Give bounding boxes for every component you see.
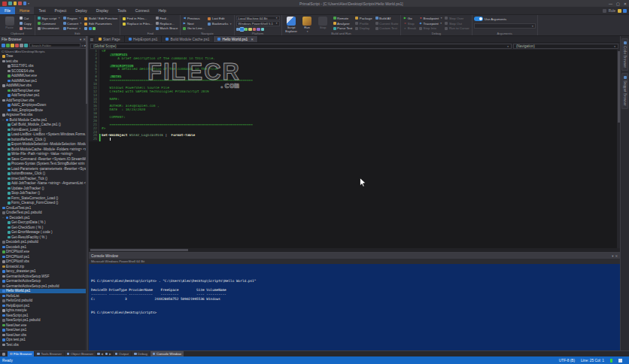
search-input[interactable] (29, 43, 81, 47)
ribbon-tab[interactable]: Help (153, 7, 170, 14)
ribbon-button[interactable]: Run to Cursor (444, 26, 469, 31)
new-folder-icon[interactable] (2, 44, 5, 47)
ribbon-button[interactable]: Profile (354, 21, 372, 26)
ribbon-button[interactable]: Custom Test (375, 26, 400, 31)
view-mode-icon[interactable] (20, 44, 23, 47)
quick-access-dropdown-icon[interactable]: ▾ (28, 2, 29, 5)
ribbon-button[interactable]: Uncomment (37, 26, 61, 31)
ribbon-tab[interactable]: Deploy (71, 7, 92, 14)
ribbon-button[interactable]: Replace in Files... (122, 21, 153, 26)
edit-extra-icon[interactable] (93, 27, 96, 30)
ribbon-tab[interactable]: Project (50, 7, 71, 14)
tree-item[interactable]: Test.vbs (0, 342, 87, 347)
ribbon-button[interactable]: Parse Test (333, 26, 354, 31)
platform-badge-icon[interactable] (257, 28, 260, 32)
ribbon-button[interactable]: Region▾ (62, 16, 83, 21)
sapien-yellow-icon[interactable] (618, 9, 621, 13)
side-vertical-tab[interactable]: Snippet Browser (621, 73, 628, 109)
ribbon-button[interactable]: Convert▾ (62, 21, 83, 26)
navigation-combo[interactable]: (Navigation)▾ (513, 44, 618, 49)
document-tab[interactable]: Start Page (95, 36, 125, 42)
theme-icon[interactable] (603, 9, 606, 13)
code-editor[interactable]: 1 <# 2 .SYNOPSIS 3 A brief description o… (89, 50, 620, 248)
ribbon-button[interactable]: Step Over (444, 16, 469, 21)
ribbon-button[interactable]: ⏸Break (403, 26, 417, 31)
ribbon-tab[interactable]: Display (92, 7, 113, 14)
ribbon-button[interactable]: Sign script▾ (37, 16, 61, 21)
scope-combo[interactable]: (Global Scope)▾ (90, 44, 512, 49)
platform-badge-icon[interactable] (245, 28, 248, 32)
ribbon-big-button[interactable]: Stop (315, 16, 331, 31)
bottom-tab[interactable]: ◀ (96, 351, 104, 356)
console-menu-icon[interactable]: ▾ (612, 254, 613, 258)
ribbon-button[interactable]: ■Stop (403, 21, 417, 26)
up-folder-icon[interactable] (11, 44, 14, 47)
delete-file-icon[interactable] (15, 44, 19, 47)
use-arguments-toggle[interactable] (474, 17, 483, 21)
ribbon-button[interactable]: Build / Edit Function (84, 16, 118, 21)
file-tree-scrollbar[interactable] (86, 36, 88, 350)
minimize-button[interactable]: — (609, 2, 612, 6)
document-tab[interactable]: HelpExport.ps1 (125, 36, 163, 42)
search-icon[interactable]: ⌕ (82, 44, 84, 47)
side-vertical-tab[interactable]: Code Browser (621, 38, 628, 71)
ribbon-button[interactable]: Package (354, 16, 372, 21)
ribbon-tab[interactable]: Tools (113, 7, 131, 14)
ribbon-button[interactable]: Remote (333, 16, 354, 21)
tree-item[interactable]: Export-ModuleSelection -ModuleSelection … (0, 142, 87, 147)
filter-icon[interactable] (24, 44, 28, 47)
panel-layout-icon[interactable] (1, 351, 7, 356)
open-icon[interactable] (8, 2, 12, 5)
ribbon-tab[interactable]: Connect (131, 7, 154, 14)
ribbon-tab[interactable]: Test (34, 7, 50, 14)
maximize-button[interactable]: ▢ (616, 2, 620, 6)
undo-icon[interactable] (18, 2, 22, 5)
ribbon-button[interactable]: Go to Line... (182, 26, 205, 31)
ribbon-button[interactable]: Comment (37, 21, 61, 26)
resize-grip[interactable] (618, 359, 622, 362)
ribbon-button[interactable]: Edit Parameters (84, 21, 118, 26)
panel-menu-icon[interactable]: ▾ (80, 38, 81, 41)
bottom-tab[interactable]: Object Browser (65, 351, 96, 356)
ribbon-button[interactable]: Analyzer (333, 21, 354, 26)
platform-badge-icon[interactable] (253, 28, 257, 32)
ribbon-big-button[interactable]: Script Explorer (284, 16, 299, 31)
platform-badge-icon[interactable] (236, 28, 240, 32)
save-icon[interactable] (14, 2, 17, 5)
bottom-tab[interactable]: File Browser (8, 351, 34, 356)
ribbon-button[interactable]: ▶Next (182, 21, 205, 26)
ribbon-button[interactable]: Find in Files... (122, 16, 153, 21)
bottom-tab[interactable]: ▶ (105, 351, 112, 356)
ribbon-button[interactable]: ◆Tracepoint▾ (418, 21, 442, 26)
edit-extra-icon[interactable] (84, 27, 87, 30)
rule-label[interactable]: Rule (609, 9, 615, 13)
ribbon-button[interactable]: Current Suite (375, 21, 400, 26)
ribbon-big-button[interactable]: Run▾ (299, 16, 315, 31)
ribbon-button[interactable]: Deploy (354, 26, 372, 31)
ribbon-button[interactable]: ●Breakpoint▾ (418, 16, 442, 21)
document-tab[interactable]: Build Module Cache.ps1 (162, 36, 214, 42)
document-tab[interactable]: Hello World.ps1 ✕ (214, 36, 258, 42)
ribbon-button[interactable]: Erase (19, 26, 33, 31)
ribbon-button[interactable]: Step Into (418, 26, 442, 31)
tree-item[interactable]: Add-JobTracker -Name <string> -ArgumentL… (0, 181, 87, 187)
platform-badge-icon[interactable] (248, 28, 252, 32)
tree-item[interactable]: Load-Parameters -parametersets -Rewriter… (0, 166, 87, 171)
ribbon-tab[interactable]: File (0, 7, 15, 14)
ribbon-tab[interactable]: Home (15, 7, 34, 14)
platform-badge-icon[interactable] (261, 28, 265, 32)
bottom-tab[interactable]: Console Window (150, 351, 184, 356)
bottom-tab[interactable]: Tools Browser (35, 351, 64, 356)
platform-machine-combo[interactable]: Local Machine 64 Bit▾ (236, 16, 280, 20)
platform-engine-combo[interactable]: Windows PowerShell 5.1▾ (236, 21, 280, 26)
ribbon-button[interactable]: ◀Previous (182, 16, 205, 21)
tree-item[interactable]: Save-Command -Rewriter <System.IO.Stream… (0, 156, 87, 162)
ribbon-button[interactable]: Format▾ (62, 26, 83, 31)
tree-item[interactable]: Load-ListBox -ListBox <System.Windows.Fo… (0, 132, 87, 138)
ribbon-button[interactable]: Step Out (444, 21, 469, 26)
editor-horizontal-scrollbar[interactable] (89, 248, 620, 252)
ribbon-button[interactable]: Replace... (155, 21, 179, 26)
paste-button[interactable]: Paste (2, 16, 17, 31)
tree-item[interactable]: Build-ModuleCache -Module -Folders <stri… (0, 147, 87, 152)
platform-badge-icon[interactable] (240, 28, 244, 32)
